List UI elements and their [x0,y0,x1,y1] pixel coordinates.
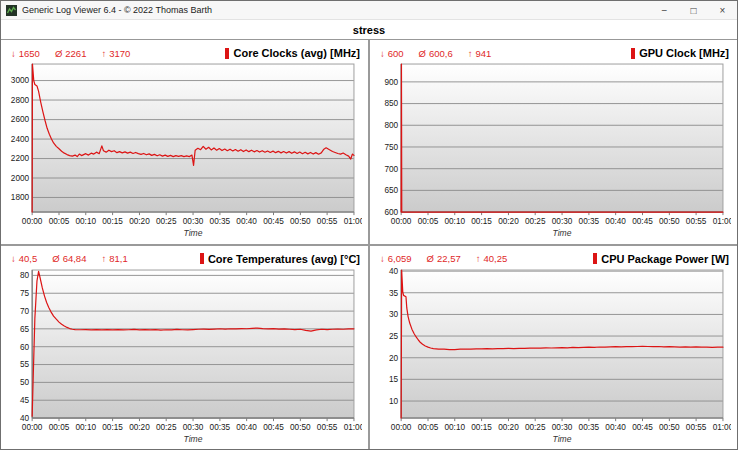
min-arrow-icon: ↓ [380,48,385,59]
chart-stats: ↓1650 Ø2261 ↑3170 [11,48,130,59]
svg-text:00:10: 00:10 [444,423,465,432]
svg-text:Time: Time [184,228,203,238]
minimize-button[interactable]: − [650,1,679,19]
svg-text:45: 45 [20,396,30,405]
svg-text:75: 75 [20,289,30,298]
svg-text:900: 900 [384,78,398,87]
svg-text:60: 60 [20,342,30,351]
svg-text:00:10: 00:10 [75,423,96,432]
svg-text:01:00: 01:00 [713,217,731,226]
min-value: 6,059 [388,253,412,264]
svg-text:20: 20 [389,353,399,362]
chart-title: Core Temperatures (avg) [°C] [200,253,360,265]
svg-text:00:00: 00:00 [22,217,43,226]
min-arrow-icon: ↓ [380,253,385,264]
min-value: 600 [388,48,404,59]
svg-text:600: 600 [384,208,398,217]
panel-gpu-clock: ↓600 Ø600,6 ↑941 GPU Clock [MHz] 6006507… [370,40,737,244]
svg-text:00:30: 00:30 [183,423,204,432]
app-icon [6,5,17,16]
svg-text:00:25: 00:25 [156,423,177,432]
svg-text:00:40: 00:40 [605,217,626,226]
avg-icon: Ø [419,48,426,59]
chart-stats: ↓40,5 Ø64,84 ↑81,1 [11,253,128,264]
svg-text:00:55: 00:55 [686,217,707,226]
chart-stats: ↓600 Ø600,6 ↑941 [380,48,491,59]
svg-text:00:25: 00:25 [525,423,546,432]
chart-plot-core-clocks[interactable]: 180020002200240026002800300000:0000:0500… [5,62,362,243]
svg-text:00:45: 00:45 [632,423,653,432]
chart-title-text: CPU Package Power [W] [601,253,729,265]
avg-icon: Ø [55,48,62,59]
svg-text:00:55: 00:55 [686,423,707,432]
svg-text:00:35: 00:35 [579,423,600,432]
svg-text:00:15: 00:15 [102,217,123,226]
panel-header: ↓1650 Ø2261 ↑3170 Core Clocks (avg) [MHz… [1,40,368,60]
svg-text:00:05: 00:05 [418,423,439,432]
panel-core-temperatures: ↓40,5 Ø64,84 ↑81,1 Core Temperatures (av… [1,246,368,450]
svg-text:2600: 2600 [11,115,30,124]
svg-text:25: 25 [389,331,399,340]
svg-text:00:30: 00:30 [552,423,573,432]
svg-text:700: 700 [384,164,398,173]
min-value: 40,5 [19,253,38,264]
chart-plot-cpu-package-power[interactable]: 1015202530354000:0000:0500:1000:1500:200… [374,268,731,449]
svg-text:00:30: 00:30 [183,217,204,226]
svg-text:00:45: 00:45 [632,217,653,226]
svg-text:3000: 3000 [11,76,30,85]
svg-text:00:05: 00:05 [49,423,70,432]
avg-value: 64,84 [63,253,87,264]
chart-title: CPU Package Power [W] [593,253,729,265]
legend-color-marker-icon [225,48,229,59]
svg-text:00:15: 00:15 [102,423,123,432]
avg-value: 600,6 [429,48,453,59]
svg-text:2200: 2200 [11,154,30,163]
chart-plot-core-temperatures[interactable]: 40455055606570758000:0000:0500:1000:1500… [5,268,362,449]
svg-text:00:20: 00:20 [129,217,150,226]
avg-value: 22,57 [437,253,461,264]
svg-text:00:50: 00:50 [659,217,680,226]
svg-text:750: 750 [384,143,398,152]
svg-text:01:00: 01:00 [344,217,362,226]
chart-title-text: Core Temperatures (avg) [°C] [208,253,360,265]
maximize-button[interactable]: □ [679,1,708,19]
svg-text:00:45: 00:45 [263,423,284,432]
avg-icon: Ø [52,253,59,264]
svg-text:800: 800 [384,121,398,130]
svg-text:50: 50 [20,378,30,387]
svg-text:00:00: 00:00 [22,423,43,432]
svg-text:00:40: 00:40 [605,423,626,432]
log-tab-header[interactable]: stress [1,20,737,40]
svg-text:01:00: 01:00 [344,423,362,432]
svg-text:65: 65 [20,324,30,333]
panel-header: ↓6,059 Ø22,57 ↑40,25 CPU Package Power [… [370,246,737,266]
svg-text:00:40: 00:40 [236,423,257,432]
svg-text:00:15: 00:15 [471,423,492,432]
chart-title-text: GPU Clock [MHz] [639,47,729,59]
window-title: Generic Log Viewer 6.4 - © 2022 Thomas B… [22,5,650,15]
close-button[interactable]: × [708,1,737,19]
svg-text:00:20: 00:20 [498,423,519,432]
chart-plot-gpu-clock[interactable]: 60065070075080085090000:0000:0500:1000:1… [374,62,731,243]
panel-header: ↓40,5 Ø64,84 ↑81,1 Core Temperatures (av… [1,246,368,266]
svg-text:00:05: 00:05 [418,217,439,226]
window-controls: − □ × [650,1,737,19]
legend-color-marker-icon [200,253,204,264]
chart-title: Core Clocks (avg) [MHz] [225,47,360,59]
svg-text:00:40: 00:40 [236,217,257,226]
svg-text:10: 10 [389,396,399,405]
max-value: 941 [476,48,492,59]
svg-text:00:10: 00:10 [75,217,96,226]
svg-text:850: 850 [384,99,398,108]
svg-text:00:05: 00:05 [49,217,70,226]
svg-text:00:35: 00:35 [210,217,231,226]
avg-value: 2261 [65,48,86,59]
svg-text:01:00: 01:00 [713,423,731,432]
svg-text:00:20: 00:20 [498,217,519,226]
title-bar[interactable]: Generic Log Viewer 6.4 - © 2022 Thomas B… [1,1,737,20]
svg-text:Time: Time [553,228,572,238]
svg-text:2000: 2000 [11,174,30,183]
svg-text:00:00: 00:00 [391,217,412,226]
svg-text:2400: 2400 [11,135,30,144]
svg-text:00:55: 00:55 [317,423,338,432]
